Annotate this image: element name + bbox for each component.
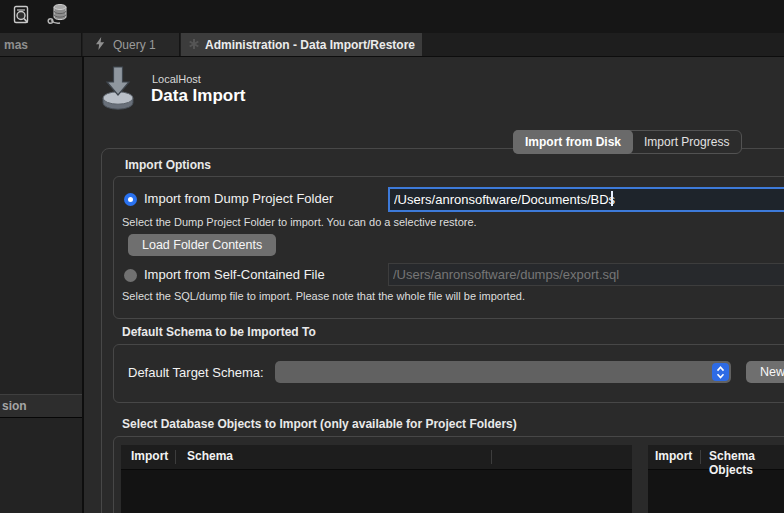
top-toolbar <box>0 0 784 33</box>
inspector-icon <box>12 5 32 29</box>
column-divider[interactable] <box>491 450 492 464</box>
tab-administration-label: Administration - Data Import/Restore <box>205 38 415 52</box>
popup-stepper-icon <box>712 363 729 381</box>
tab-schemas[interactable]: mas <box>0 33 82 56</box>
tab-query1[interactable]: Query 1 <box>83 33 180 56</box>
text-caret <box>611 191 613 206</box>
column-schema-objects[interactable]: Schema Objects <box>709 449 784 477</box>
radio-self-contained-label: Import from Self-Contained File <box>144 267 325 282</box>
objects-label: Select Database Objects to Import (only … <box>122 417 517 431</box>
column-import[interactable]: Import <box>131 449 168 463</box>
editor-tabbar: mas Query 1 Administration - Data Import… <box>0 33 784 57</box>
self-contained-path-input[interactable] <box>388 263 784 286</box>
load-folder-contents-button[interactable]: Load Folder Contents <box>128 234 276 256</box>
schema-objects-table-header: Import Schema Objects <box>648 445 784 470</box>
new-schema-button[interactable]: New <box>746 361 784 383</box>
schemas-table-header: Import Schema <box>121 445 632 470</box>
import-options-label: Import Options <box>125 158 211 172</box>
database-tools-button[interactable] <box>44 4 72 30</box>
lightning-icon <box>95 37 105 53</box>
data-import-view: LocalHost Data Import Import from Disk I… <box>84 57 784 513</box>
connection-name: LocalHost <box>152 73 201 85</box>
tab-schemas-label: mas <box>4 38 28 52</box>
left-sidebar: sion <box>0 57 84 513</box>
schemas-table-body[interactable] <box>121 470 632 513</box>
self-contained-help: Select the SQL/dump file to import. Plea… <box>122 290 525 302</box>
tab-query1-label: Query 1 <box>113 38 156 52</box>
data-import-icon <box>98 65 138 115</box>
default-schema-label: Default Schema to be Imported To <box>122 325 316 339</box>
radio-self-contained[interactable] <box>124 269 137 282</box>
page-title: Data Import <box>151 86 245 106</box>
database-tools-icon <box>45 2 71 32</box>
column-divider[interactable] <box>175 450 176 464</box>
column-schema[interactable]: Schema <box>187 449 233 463</box>
dump-folder-help: Select the Dump Project Folder to import… <box>122 216 477 228</box>
radio-dump-folder[interactable] <box>124 193 137 206</box>
sidebar-section-label: sion <box>2 399 27 413</box>
tab-administration[interactable]: Administration - Data Import/Restore <box>181 33 422 56</box>
column-divider[interactable] <box>700 450 701 464</box>
view-switcher: Import from Disk Import Progress <box>513 130 742 154</box>
workbench-window: mas Query 1 Administration - Data Import… <box>0 0 784 513</box>
schemas-table: Import Schema <box>121 445 632 513</box>
tab-import-progress[interactable]: Import Progress <box>632 131 741 153</box>
dump-folder-path-input[interactable] <box>388 187 784 212</box>
tab-import-from-disk[interactable]: Import from Disk <box>513 130 633 154</box>
default-target-schema-select[interactable] <box>275 361 731 383</box>
sidebar-section-session[interactable]: sion <box>0 394 82 418</box>
column-import[interactable]: Import <box>655 449 692 463</box>
radio-dump-folder-label: Import from Dump Project Folder <box>144 191 333 206</box>
schema-objects-table: Import Schema Objects <box>648 445 784 513</box>
inspector-button[interactable] <box>8 4 36 30</box>
asterisk-icon <box>189 38 199 52</box>
default-target-schema-label: Default Target Schema: <box>128 365 264 380</box>
